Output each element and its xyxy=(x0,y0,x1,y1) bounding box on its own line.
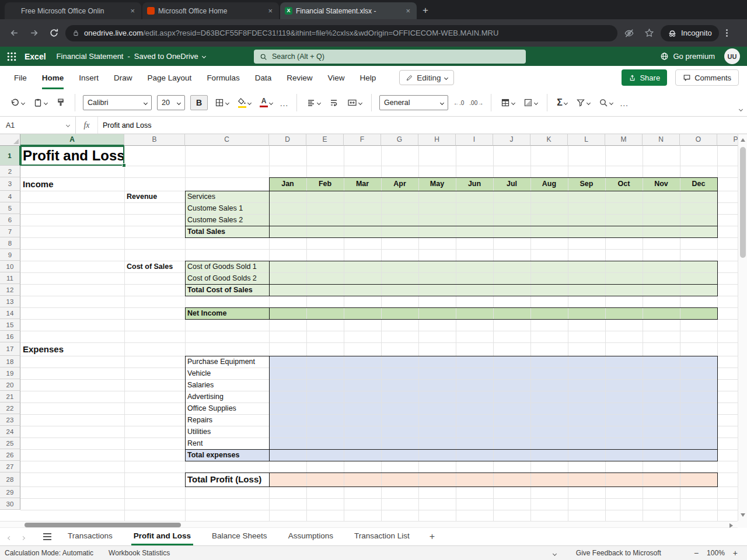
column-header-G[interactable]: G xyxy=(381,134,418,146)
cell-C23[interactable]: Repairs xyxy=(185,414,269,426)
wrap-text-button[interactable] xyxy=(327,96,340,109)
row-header-8[interactable]: 8 xyxy=(0,237,20,249)
cell-B4[interactable]: Revenue xyxy=(124,191,185,202)
calculation-mode[interactable]: Calculation Mode: Automatic xyxy=(5,549,93,557)
row-header-16[interactable]: 16 xyxy=(0,331,20,342)
back-icon[interactable] xyxy=(6,25,22,41)
find-button[interactable] xyxy=(597,96,615,109)
cell-C21[interactable]: Advertising xyxy=(185,391,269,402)
sheet-tab-assumptions[interactable]: Assumptions xyxy=(286,528,336,545)
browser-tab-office-home[interactable]: Microsoft Office Home × xyxy=(142,2,279,19)
row-header-23[interactable]: 23 xyxy=(0,414,20,426)
fill-color-button[interactable] xyxy=(236,96,253,110)
menu-file[interactable]: File xyxy=(14,66,27,89)
font-color-button[interactable]: A xyxy=(258,96,274,109)
autosum-button[interactable]: Σ xyxy=(555,96,569,110)
go-premium-button[interactable]: Go premium xyxy=(660,52,715,61)
column-header-O[interactable]: O xyxy=(680,134,717,146)
row-header-7[interactable]: 7 xyxy=(0,226,20,237)
cell-B10[interactable]: Cost of Sales xyxy=(124,261,185,272)
fx-icon[interactable]: fx xyxy=(76,117,98,134)
cell-C12[interactable]: Total Cost of Sales xyxy=(185,284,269,296)
row-header-17[interactable]: 17 xyxy=(0,342,20,356)
zoom-level[interactable]: 100% xyxy=(703,549,728,557)
row-header-28[interactable]: 28 xyxy=(0,473,20,487)
paste-button[interactable] xyxy=(32,96,49,109)
row-header-1[interactable]: 1 xyxy=(0,146,20,166)
url-omnibox[interactable]: onedrive.live.com/edit.aspx?resid=D63BCF… xyxy=(65,25,617,41)
cell-C11[interactable]: Cost of Good Solds 2 xyxy=(185,272,269,284)
column-header-P[interactable]: P xyxy=(717,134,738,146)
browser-menu-icon[interactable] xyxy=(722,29,731,37)
comments-button[interactable]: Comments xyxy=(675,69,739,86)
feedback-link[interactable]: Give Feedback to Microsoft xyxy=(576,549,661,557)
row-header-20[interactable]: 20 xyxy=(0,379,20,391)
cell-G3[interactable]: Apr xyxy=(381,177,418,191)
status-bar-chevron-icon[interactable] xyxy=(553,549,556,557)
font-name-select[interactable]: Calibri xyxy=(83,95,152,110)
zoom-in-button[interactable]: + xyxy=(728,548,742,558)
row-header-6[interactable]: 6 xyxy=(0,214,20,226)
row-header-3[interactable]: 3 xyxy=(0,177,20,191)
cell-E3[interactable]: Feb xyxy=(306,177,344,191)
row-header-19[interactable]: 19 xyxy=(0,368,20,379)
toolbar-overflow-button[interactable]: … xyxy=(620,98,629,108)
row-header-24[interactable]: 24 xyxy=(0,426,20,438)
workbook-statistics[interactable]: Workbook Statistics xyxy=(109,549,170,557)
collapse-ribbon-icon[interactable] xyxy=(739,103,742,113)
row-header-4[interactable]: 4 xyxy=(0,191,20,202)
cell-A17[interactable]: Expenses xyxy=(20,342,124,356)
account-avatar[interactable]: UU xyxy=(724,48,740,64)
cell-C4[interactable]: Services xyxy=(185,191,269,202)
cell-C18[interactable]: Purchase Equipment xyxy=(185,356,269,368)
row-header-29[interactable]: 29 xyxy=(0,487,20,498)
name-box[interactable]: A1 xyxy=(0,117,76,134)
cell-D3[interactable]: Jan xyxy=(269,177,306,191)
column-header-C[interactable]: C xyxy=(185,134,269,146)
sheet-tab-balance-sheets[interactable]: Balance Sheets xyxy=(210,528,270,545)
cell-J3[interactable]: Jul xyxy=(493,177,530,191)
row-header-26[interactable]: 26 xyxy=(0,449,20,461)
sheet-nav-left-icon[interactable] xyxy=(6,533,13,541)
bookmark-star-icon[interactable] xyxy=(641,25,657,41)
app-launcher-icon[interactable] xyxy=(7,52,16,61)
cell-C19[interactable]: Vehicle xyxy=(185,368,269,379)
row-header-21[interactable]: 21 xyxy=(0,391,20,402)
select-all-corner[interactable] xyxy=(0,134,20,146)
menu-insert[interactable]: Insert xyxy=(79,66,99,89)
tab-close-icon[interactable]: × xyxy=(266,6,274,15)
cell-C20[interactable]: Salaries xyxy=(185,379,269,391)
cell-C6[interactable]: Custome Sales 2 xyxy=(185,214,269,226)
cell-C22[interactable]: Office Supplies xyxy=(185,402,269,414)
column-header-D[interactable]: D xyxy=(269,134,306,146)
vertical-scrollbar[interactable] xyxy=(738,134,747,521)
row-header-14[interactable]: 14 xyxy=(0,307,20,319)
row-header-15[interactable]: 15 xyxy=(0,319,20,331)
scroll-right-icon[interactable] xyxy=(729,523,733,528)
menu-view[interactable]: View xyxy=(327,66,344,89)
new-tab-button[interactable]: + xyxy=(423,5,428,16)
tab-close-icon[interactable]: × xyxy=(128,6,137,15)
cell-C25[interactable]: Rent xyxy=(185,438,269,449)
search-input[interactable]: Search (Alt + Q) xyxy=(254,50,526,64)
tab-close-icon[interactable]: × xyxy=(404,6,412,15)
merge-cells-button[interactable] xyxy=(345,96,364,109)
menu-data[interactable]: Data xyxy=(255,66,272,89)
cell-C10[interactable]: Cost of Goods Sold 1 xyxy=(185,261,269,272)
row-header-30[interactable]: 30 xyxy=(0,498,20,510)
cell-C28[interactable]: Total Profit (Loss) xyxy=(185,473,269,487)
number-format-select[interactable]: General xyxy=(379,95,448,110)
formula-input[interactable]: Profit and Loss xyxy=(98,117,151,134)
column-header-M[interactable]: M xyxy=(605,134,643,146)
column-header-N[interactable]: N xyxy=(643,134,680,146)
document-title[interactable]: Financial Statement xyxy=(57,52,124,61)
cell-H3[interactable]: May xyxy=(418,177,456,191)
decrease-decimal-button[interactable]: ←.0 xyxy=(453,100,464,106)
column-header-A[interactable]: A xyxy=(20,134,124,146)
conditional-formatting-button[interactable] xyxy=(522,96,539,109)
browser-tab-office-online[interactable]: Free Microsoft Office Onlin × xyxy=(5,2,141,19)
row-header-27[interactable]: 27 xyxy=(0,461,20,473)
browser-tab-financial-statement[interactable]: X Financial Statement.xlsx - × xyxy=(280,2,417,19)
add-sheet-button[interactable]: + xyxy=(430,531,435,542)
row-header-22[interactable]: 22 xyxy=(0,402,20,414)
